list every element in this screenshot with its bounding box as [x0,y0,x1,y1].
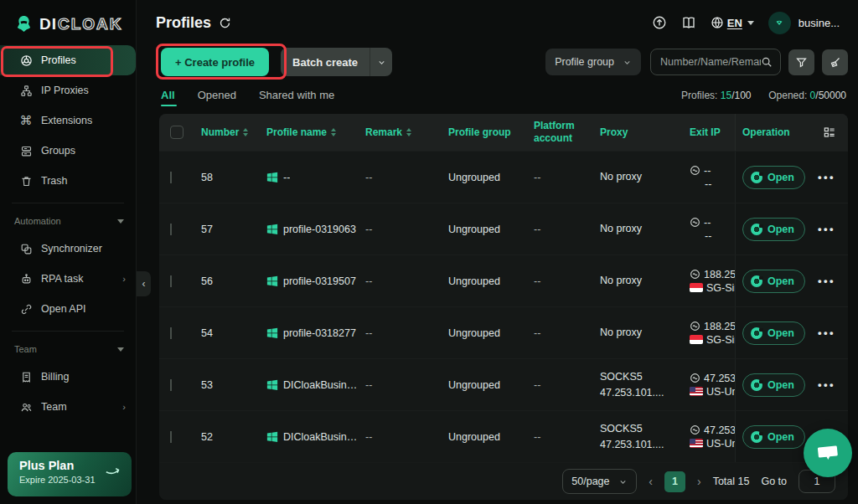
sidebar-item-billing[interactable]: Billing [0,362,136,392]
col-header-remark[interactable]: Remark [359,126,442,139]
cell-number: 53 [194,379,260,391]
topbar: Profiles EN busine... [137,0,858,45]
sidebar-item-rpa-task[interactable]: RPA task › [0,264,136,294]
row-checkbox[interactable] [170,275,172,287]
windows-os-icon [266,431,278,443]
col-header-proxy: Proxy [593,126,683,139]
row-more-menu[interactable]: ••• [818,171,835,183]
refresh-icon[interactable] [219,17,231,29]
cell-exit-ip: 47.253 US-Un [683,424,735,450]
sidebar-item-label: Team [41,401,67,413]
batch-create-button[interactable]: Batch create [281,48,392,76]
cell-proxy: No proxy [593,221,683,236]
profiles-table: Number Profile name Remark Profile group… [159,114,848,500]
cell-platform-account: -- [527,224,593,235]
profiles-used-count: 15 [721,90,731,101]
col-header-number[interactable]: Number [194,126,260,139]
country-flag [690,283,703,292]
sidebar-divider [12,203,124,203]
sidebar-collapse-button[interactable]: ‹ [137,271,151,296]
cell-number: 58 [194,172,260,183]
sidebar-item-team[interactable]: Team › [0,392,136,422]
row-checkbox[interactable] [170,327,172,339]
open-profile-button[interactable]: Open [742,166,805,189]
sidebar-section-automation[interactable]: Automation [0,208,136,234]
account-name[interactable]: busine... [799,17,840,29]
sidebar-item-synchronizer[interactable]: Synchronizer [0,234,136,264]
profile-group-select[interactable]: Profile group [545,49,641,75]
row-checkbox[interactable] [170,431,172,443]
row-more-menu[interactable]: ••• [818,378,835,391]
col-header-profile-name[interactable]: Profile name [260,126,359,139]
table-row: 53 DICloakBusine... -- Ungrouped -- SOCK… [159,358,848,410]
language-selector[interactable]: EN [711,16,754,29]
search-icon[interactable] [761,56,773,68]
country-flag [690,439,703,448]
sort-icon[interactable] [331,128,336,136]
browser-launch-icon [751,224,762,235]
tab-opened[interactable]: Opened [198,89,236,109]
sidebar-item-profiles[interactable]: Profiles [0,45,136,75]
sidebar-section-team[interactable]: Team [0,337,136,362]
cell-operation: Open ••• [735,307,848,358]
sidebar-item-open-api[interactable]: Open API [0,294,136,324]
cell-proxy: SOCKS5 47.253.101.... [593,369,683,399]
cell-remark: -- [359,275,442,287]
next-page-icon[interactable]: › [697,475,701,488]
cell-platform-account: -- [527,327,593,339]
tab-shared-with-me[interactable]: Shared with me [259,89,334,109]
sidebar-item-label: Extensions [41,115,92,126]
cell-remark: -- [359,327,442,339]
open-profile-button[interactable]: Open [742,321,805,345]
cell-operation: Open ••• [735,359,848,410]
row-checkbox[interactable] [170,172,172,183]
table-row: 56 profile-0319507 -- Ungrouped -- No pr… [159,255,848,306]
cell-profile-name: profile-0319507 [260,275,359,287]
cell-operation: Open ••• [735,152,848,203]
cell-platform-account: -- [527,379,593,391]
page-size-select[interactable]: 50/page [562,469,637,494]
sidebar-item-extensions[interactable]: ⌘ Extensions [0,105,136,136]
sort-icon[interactable] [406,128,411,136]
row-more-menu[interactable]: ••• [818,275,835,287]
docs-book-icon[interactable] [681,15,696,30]
sidebar-item-ip-proxies[interactable]: IP Proxies [0,75,136,105]
filter-button[interactable] [788,49,814,75]
goto-label: Go to [761,476,787,487]
column-settings-icon[interactable] [823,126,836,139]
support-chat-button[interactable] [804,429,852,477]
cell-profile-group: Ungrouped [442,224,527,235]
row-more-menu[interactable]: ••• [818,327,835,339]
clear-filters-button[interactable] [822,49,848,75]
sidebar-item-trash[interactable]: Trash [0,166,136,196]
cell-exit-ip: 47.253 US-Un [683,373,735,398]
open-profile-button[interactable]: Open [742,270,805,293]
open-profile-button[interactable]: Open [742,425,805,449]
avatar[interactable] [768,12,791,34]
batch-create-dropdown[interactable] [370,48,392,76]
open-profile-button[interactable]: Open [742,373,805,397]
row-checkbox[interactable] [170,379,172,391]
sidebar-item-label: Trash [41,175,68,187]
sort-icon[interactable] [243,128,248,136]
prev-page-icon[interactable]: ‹ [649,475,653,488]
brand-logo: DICLOAK [0,0,136,45]
current-page-button[interactable]: 1 [664,471,685,492]
table-row: 58 -- -- Ungrouped -- No proxy -- -- [159,151,848,203]
chevron-right-icon: › [122,402,126,412]
row-more-menu[interactable]: ••• [818,223,835,235]
create-profile-button[interactable]: + Create profile [161,48,269,76]
tab-all[interactable]: All [161,89,175,109]
row-checkbox[interactable] [170,224,172,235]
select-all-checkbox[interactable] [170,126,183,139]
cell-operation: Open ••• [735,203,848,255]
windows-os-icon [266,275,278,287]
sidebar-item-groups[interactable]: Groups [0,136,136,166]
open-profile-button[interactable]: Open [742,218,805,241]
proxy-network-icon [19,84,33,97]
plan-card[interactable]: Plus Plan Expire 2025-03-31 [8,452,132,496]
cell-remark: -- [359,172,442,183]
plan-expiry: Expire 2025-03-31 [19,475,121,485]
search-input[interactable] [660,56,761,68]
upgrade-circle-icon[interactable] [652,15,667,30]
